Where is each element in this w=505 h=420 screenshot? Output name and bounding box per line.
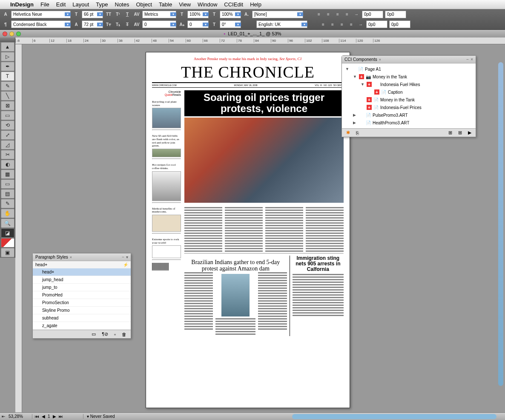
menu-table[interactable]: Table bbox=[159, 1, 172, 8]
page-a1[interactable]: Another Penske ready to make his mark in… bbox=[146, 52, 350, 408]
twisty-icon[interactable]: ▶ bbox=[353, 113, 357, 117]
page-number[interactable]: 1 bbox=[48, 414, 50, 419]
menu-type[interactable]: Type bbox=[96, 1, 108, 8]
rotate-tool[interactable]: ⟲ bbox=[1, 121, 14, 130]
font-style-select[interactable]: Condensed Black▾ bbox=[11, 20, 71, 28]
frame-tool[interactable]: ⊠ bbox=[1, 101, 14, 110]
trash-icon[interactable]: 🗑 bbox=[122, 332, 126, 337]
list-item[interactable]: z_agate bbox=[33, 322, 131, 330]
close-icon[interactable]: × bbox=[70, 255, 72, 259]
zoom-field[interactable]: 53,28% bbox=[7, 414, 32, 419]
menu-file[interactable]: File bbox=[40, 1, 49, 8]
tree-row[interactable]: ▼+📷Money in the Tank bbox=[342, 73, 476, 81]
plus-icon[interactable]: + bbox=[367, 82, 372, 87]
tree-row[interactable]: ▼+Indonesia Fuel Hikes bbox=[342, 81, 476, 88]
panel-header[interactable]: CCI Components× −× bbox=[342, 56, 476, 63]
direct-select-tool[interactable]: ▷ bbox=[1, 52, 14, 61]
close-icon[interactable]: × bbox=[379, 58, 381, 62]
para-format-icon[interactable]: ¶ bbox=[2, 20, 9, 28]
action3-icon[interactable]: ▶ bbox=[468, 130, 471, 135]
strike-icon[interactable]: T bbox=[123, 20, 131, 28]
menu-cciedit[interactable]: CCIEdit bbox=[224, 1, 243, 8]
zoom-window-icon[interactable] bbox=[16, 32, 21, 36]
last-page-icon[interactable]: ⏭ bbox=[59, 414, 63, 419]
vertical-scrollbar[interactable] bbox=[498, 62, 503, 386]
list-item[interactable]: subhead bbox=[33, 314, 131, 322]
justify5-icon[interactable]: ≡ bbox=[347, 20, 355, 28]
copy-icon[interactable]: ⎘ bbox=[356, 130, 359, 135]
tree-row[interactable]: +📄Caption bbox=[342, 88, 476, 96]
font-family-select[interactable]: Helvetica Neue▾ bbox=[11, 11, 71, 18]
prev-page-icon[interactable]: ◀ bbox=[42, 414, 45, 419]
pencil-tool[interactable]: ✎ bbox=[1, 81, 14, 91]
indent-left-input[interactable]: 0p0 bbox=[362, 11, 383, 18]
space-after-input[interactable]: 0p0 bbox=[389, 20, 410, 28]
scissors-tool[interactable]: ▭ bbox=[1, 179, 14, 189]
action1-icon[interactable]: ⊞ bbox=[448, 130, 452, 135]
menu-help[interactable]: Help bbox=[250, 1, 261, 8]
menu-notes[interactable]: Notes bbox=[115, 1, 129, 8]
plus-icon[interactable]: + bbox=[367, 105, 372, 110]
list-item[interactable]: PromoSection bbox=[33, 299, 131, 307]
underline-icon[interactable]: T bbox=[123, 11, 131, 18]
menu-layout[interactable]: Layout bbox=[72, 1, 89, 8]
filter-field[interactable]: head+ bbox=[35, 262, 47, 267]
supersc-icon[interactable]: T¹ bbox=[114, 11, 122, 18]
tree-row[interactable]: +📄Money in the Tank bbox=[342, 96, 476, 104]
eyedropper-tool[interactable]: ✎ bbox=[1, 199, 14, 208]
allcaps-icon[interactable]: TT bbox=[105, 11, 112, 18]
clear-icon[interactable]: ¶⊘ bbox=[102, 331, 108, 337]
align-left-icon[interactable]: ≡ bbox=[315, 11, 323, 18]
app-name[interactable]: InDesign bbox=[10, 1, 34, 8]
first-page-icon[interactable]: ⏮ bbox=[35, 414, 39, 419]
toolbox-grip[interactable] bbox=[0, 37, 15, 42]
menu-object[interactable]: Object bbox=[136, 1, 152, 8]
new-style-icon[interactable]: ▫ bbox=[114, 332, 116, 337]
styles-list[interactable]: head+ jump_head jump_to PromoHed PromoSe… bbox=[33, 268, 131, 330]
twisty-icon[interactable]: ▼ bbox=[361, 82, 365, 86]
baseline-input[interactable]: 0▾ bbox=[187, 20, 209, 28]
align-center-icon[interactable]: ≡ bbox=[324, 11, 332, 18]
line-tool[interactable]: ╲ bbox=[1, 91, 14, 101]
next-page-icon[interactable]: ▶ bbox=[53, 414, 56, 419]
space-before-input[interactable]: 0p0 bbox=[385, 11, 406, 18]
list-item[interactable]: jump_head bbox=[33, 276, 131, 284]
shear-tool[interactable]: ◿ bbox=[1, 140, 14, 150]
list-item[interactable]: jump_to bbox=[33, 284, 131, 291]
minimize-icon[interactable]: − bbox=[466, 57, 469, 62]
paragraph-styles-panel[interactable]: Paragraph Styles× −▾ head+⚡ head+ jump_h… bbox=[32, 253, 131, 339]
kerning-select[interactable]: Metrics▾ bbox=[142, 11, 176, 18]
menu-edit[interactable]: Edit bbox=[56, 1, 66, 8]
justify-icon[interactable]: ≡ bbox=[343, 11, 351, 18]
twisty-icon[interactable]: ▼ bbox=[345, 67, 350, 71]
panel-header[interactable]: Paragraph Styles× −▾ bbox=[33, 253, 131, 261]
refresh-icon[interactable]: ✱ bbox=[346, 130, 350, 135]
justify4-icon[interactable]: ≡ bbox=[338, 20, 346, 28]
plus-icon[interactable]: + bbox=[374, 89, 379, 95]
clear-override-icon[interactable]: ⚡ bbox=[123, 262, 128, 267]
horizontal-scrollbar[interactable] bbox=[292, 414, 496, 419]
menu-view[interactable]: View bbox=[179, 1, 191, 8]
align-right-icon[interactable]: ≡ bbox=[334, 11, 341, 18]
action2-icon[interactable]: ⊞ bbox=[458, 130, 462, 135]
note-tool[interactable]: ▤ bbox=[1, 189, 14, 198]
language-select[interactable]: English: UK▾ bbox=[256, 20, 307, 28]
justify3-icon[interactable]: ≡ bbox=[329, 20, 336, 28]
smallcaps-icon[interactable]: Tᴛ bbox=[105, 20, 112, 28]
folder-icon[interactable]: ▭ bbox=[92, 331, 96, 337]
horizontal-ruler[interactable]: -661218243036424854606672788490961021081… bbox=[15, 37, 505, 44]
tree-row[interactable]: ▶📄PulsePromo3.ART bbox=[342, 111, 476, 119]
nav-first-icon[interactable]: ⇤ bbox=[0, 414, 7, 419]
tracking-input[interactable]: 0▾ bbox=[142, 20, 176, 28]
list-item[interactable]: head+ bbox=[33, 268, 131, 276]
close2-icon[interactable]: × bbox=[471, 57, 473, 62]
zoom-tool[interactable]: 🔍 bbox=[1, 219, 14, 228]
justify2-icon[interactable]: ≡ bbox=[319, 20, 327, 28]
font-size-input[interactable]: 66 pt▾ bbox=[82, 11, 103, 18]
rotate-input[interactable]: 0°▾ bbox=[220, 20, 241, 28]
plus-icon[interactable]: + bbox=[367, 97, 372, 102]
vscale-input[interactable]: 100%▾ bbox=[220, 11, 241, 18]
view-mode[interactable]: ▣ bbox=[1, 248, 14, 257]
cci-components-panel[interactable]: CCI Components× −× ▼📄Page A1▼+📷Money in … bbox=[341, 55, 476, 137]
hscale-input[interactable]: 100%▾ bbox=[187, 11, 209, 18]
